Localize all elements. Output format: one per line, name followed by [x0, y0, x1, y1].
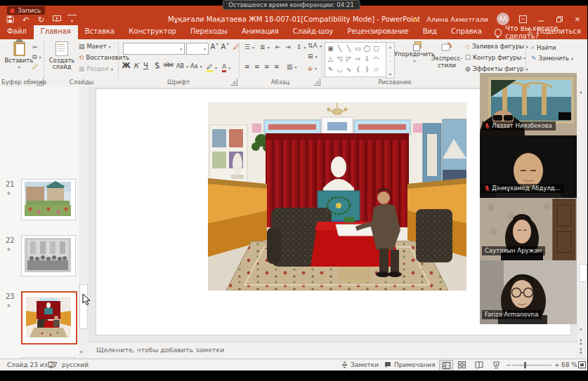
slideshow-view-button[interactable]: [490, 360, 502, 370]
slide-thumb-image-group-photo[interactable]: [21, 235, 76, 276]
scroll-down-icon[interactable]: ▾: [580, 327, 582, 333]
font-color-button[interactable]: А▾: [222, 63, 230, 72]
avatar[interactable]: AA: [497, 13, 509, 25]
next-slide-icon[interactable]: ▾▾: [580, 348, 582, 355]
slide-thumb-21[interactable]: 21 ∗: [0, 179, 79, 222]
notes-placeholder[interactable]: Щелкните, чтобы добавить заметки: [96, 346, 225, 354]
char-spacing-button[interactable]: АВ▾: [176, 63, 188, 69]
slide-thumb-image-museum[interactable]: [21, 291, 77, 345]
video-tile-participant-2[interactable]: Дінмұхамед Абдулд...: [480, 135, 577, 198]
arrange-button[interactable]: Упорядочить▾: [398, 41, 431, 64]
font-name-combo[interactable]: ▾: [123, 43, 185, 55]
new-slide-button[interactable]: Создать слайд: [48, 41, 76, 71]
zoom-out-button[interactable]: −: [506, 361, 511, 368]
tab-animations[interactable]: Анимация: [235, 25, 286, 39]
align-text-button[interactable]: ⊞▾: [308, 53, 318, 60]
font-dialog-launcher[interactable]: [230, 79, 237, 86]
shape-effects-button[interactable]: ◍Эффекты фигур▾: [465, 65, 528, 72]
highlight-color-button[interactable]: 🖉▾: [207, 63, 217, 72]
layout-button[interactable]: ▤Макет▾: [79, 43, 110, 50]
notes-toggle[interactable]: Заметки: [351, 361, 379, 368]
paste-button[interactable]: Вставить▾: [6, 41, 32, 70]
smartart-convert-button[interactable]: ⬙▾: [308, 65, 317, 72]
thumbnail-scroll-down-icon[interactable]: ▾: [80, 349, 83, 355]
reading-view-button[interactable]: [473, 360, 485, 370]
restore-button[interactable]: [554, 14, 564, 24]
normal-view-button[interactable]: [439, 360, 453, 371]
thumbnail-scrollbar[interactable]: ▾: [79, 87, 88, 359]
zoom-level[interactable]: 68 %: [561, 361, 577, 368]
replace-button[interactable]: ✎Заменить▾: [531, 55, 573, 62]
tab-review[interactable]: Рецензирование: [341, 25, 416, 39]
video-tile-participant-1[interactable]: Лаззат Ниязбекова: [480, 73, 577, 135]
format-painter-button[interactable]: 🖉: [32, 63, 39, 70]
bullets-button[interactable]: ☰▾: [244, 44, 254, 51]
slide-thumb-23-selected[interactable]: 23 ∗: [0, 291, 79, 347]
decrease-indent-icon[interactable]: ⇤: [275, 44, 281, 51]
align-left-icon[interactable]: ≡: [244, 63, 250, 70]
shapes-gallery[interactable]: ▣╲╲▭◯▢ △◹◸⇨⇩◠ ✎◡∿{}☆: [325, 42, 388, 77]
tab-home[interactable]: Главная: [34, 25, 78, 39]
clipboard-dialog-launcher[interactable]: [37, 79, 44, 86]
fit-to-window-icon[interactable]: [578, 361, 586, 370]
quick-styles-button[interactable]: Экспресс-стили: [431, 41, 462, 69]
columns-button[interactable]: ▥▾: [287, 63, 297, 70]
video-tile-participant-3[interactable]: Саутахын Аружан: [480, 198, 577, 260]
tab-help[interactable]: Справка: [444, 25, 489, 39]
tab-design[interactable]: Конструктор: [122, 25, 183, 39]
increase-indent-icon[interactable]: ⇥: [285, 44, 291, 51]
main-scrollbar-thumb[interactable]: [579, 264, 587, 282]
notes-toggle-icon[interactable]: [341, 361, 348, 370]
align-right-icon[interactable]: ≡: [264, 63, 270, 70]
tab-view[interactable]: Вид: [416, 25, 444, 39]
bold-button[interactable]: Ж: [122, 62, 131, 69]
shape-outline-button[interactable]: ☐Контур фигуры▾: [465, 54, 525, 61]
account-name[interactable]: Алина Ахметгали: [426, 15, 488, 23]
cut-button[interactable]: ✂: [32, 44, 38, 51]
zoom-in-button[interactable]: +: [554, 361, 560, 368]
change-case-button[interactable]: Аа▾: [190, 63, 202, 69]
ribbon-display-options-icon[interactable]: [518, 14, 528, 24]
numbering-button[interactable]: ≣▾: [260, 44, 270, 51]
slide-thumb-image-building[interactable]: [21, 179, 76, 220]
reset-button[interactable]: ⟲Восстановить: [79, 54, 129, 61]
notes-pane[interactable]: Щелкните, чтобы добавить заметки: [88, 342, 588, 359]
slide-thumb-22[interactable]: 22 ∗: [0, 235, 79, 279]
justify-icon[interactable]: ≡: [274, 63, 280, 70]
tab-slideshow[interactable]: Слайд-шоу: [286, 25, 341, 39]
scroll-up-icon[interactable]: ▴: [580, 89, 582, 95]
decrease-font-icon[interactable]: A˅: [221, 43, 230, 51]
video-tile-participant-4-active[interactable]: Fariza Armanovna: [480, 260, 577, 324]
zoom-slider-thumb[interactable]: [524, 362, 526, 368]
comments-toggle-icon[interactable]: [384, 361, 391, 370]
italic-button[interactable]: К: [131, 62, 141, 69]
spellcheck-icon[interactable]: [48, 361, 55, 370]
paragraph-dialog-launcher[interactable]: [313, 79, 320, 86]
zoom-slider[interactable]: [512, 365, 551, 366]
tab-file[interactable]: Файл: [0, 25, 34, 39]
strikethrough-button[interactable]: abc: [162, 62, 175, 68]
tab-insert[interactable]: Вставка: [78, 25, 122, 39]
text-shadow-button[interactable]: S: [152, 62, 162, 69]
tab-transitions[interactable]: Переходы: [183, 25, 235, 39]
shapes-scroll[interactable]: ▴–▾: [386, 42, 395, 79]
minimize-button[interactable]: [536, 14, 546, 24]
increase-font-icon[interactable]: A˄: [210, 43, 219, 51]
underline-button[interactable]: Ч: [141, 62, 150, 69]
comments-toggle[interactable]: Примечания: [394, 361, 436, 368]
font-size-combo[interactable]: ▾: [186, 43, 209, 55]
clear-format-icon[interactable]: 🖉: [232, 43, 241, 51]
main-scrollbar[interactable]: ▴ ▾ ▴▴ ▾▾: [577, 87, 587, 359]
slide-sorter-view-button[interactable]: [455, 360, 468, 370]
section-button[interactable]: ▦Раздел▾: [79, 65, 113, 72]
share-button[interactable]: Поделиться: [527, 27, 581, 35]
line-spacing-button[interactable]: ↕▾: [296, 44, 306, 51]
shape-fill-button[interactable]: ◇Заливка фигуры▾: [465, 43, 528, 50]
close-button[interactable]: ✕: [573, 14, 582, 24]
previous-slide-icon[interactable]: ▴▴: [580, 338, 582, 345]
language-indicator[interactable]: русский: [62, 361, 89, 368]
find-button[interactable]: ⌕Найти: [531, 44, 556, 51]
text-direction-button[interactable]: ⇅A▾: [308, 42, 322, 49]
align-center-icon[interactable]: ≡: [254, 63, 260, 70]
copy-button[interactable]: ⧉▾: [32, 53, 41, 61]
